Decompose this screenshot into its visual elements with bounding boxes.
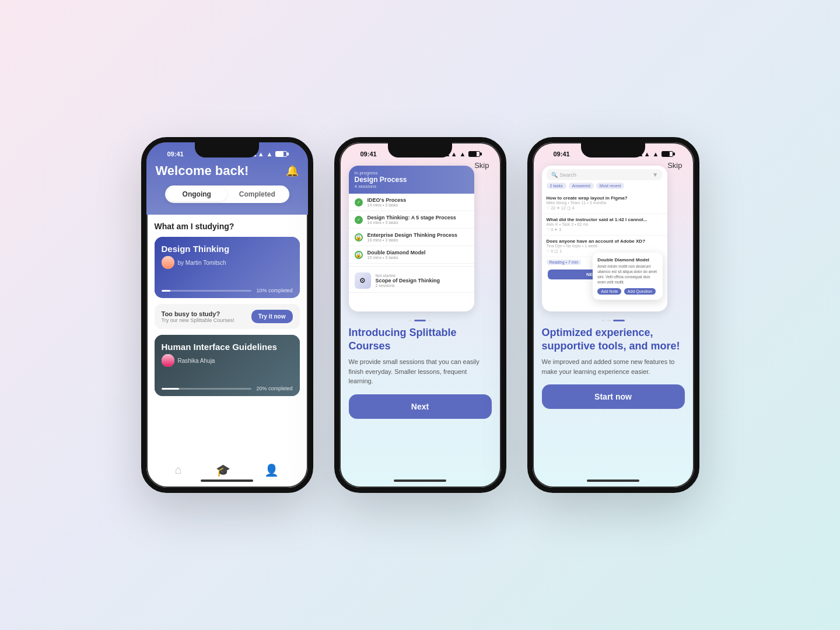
battery-icon-3	[662, 151, 673, 157]
forum-title-3: Does anyone have an account of Adobe XD?	[547, 239, 663, 244]
status-bar-1: 09:41 ▲▲▲ ▲	[156, 145, 299, 160]
status-icons-3: ▲▲▲ ▲	[631, 150, 673, 158]
signal-icon-3: ▲▲▲	[631, 150, 650, 158]
phone-2: 09:41 ▲▲▲ ▲ Skip In progress Design Proc…	[334, 137, 506, 493]
avatar-face-2	[162, 354, 174, 367]
dot-3-1	[601, 320, 605, 321]
list-info-1: IDEO's Process 14 mins • 3 tasks	[368, 197, 469, 207]
check-lock-3: 🔒	[355, 233, 363, 242]
course-card-design-thinking[interactable]: Design Thinking by Martin Tomitsch 10%	[155, 237, 300, 298]
add-note-btn[interactable]: Add Note	[597, 288, 621, 295]
chip-3[interactable]: Most recent	[596, 183, 625, 189]
time-3: 09:41	[554, 150, 570, 158]
course-title-screenshot: Design Process	[355, 176, 469, 184]
in-progress-label: In progress	[355, 170, 469, 176]
dot-3-3	[613, 320, 625, 321]
skip-btn-2[interactable]: Skip	[474, 161, 489, 170]
progress-bar-bg-1	[162, 290, 252, 292]
tab-completed[interactable]: Completed	[227, 187, 288, 201]
progress-row-1: 10% completed	[162, 288, 293, 293]
battery-icon	[275, 151, 287, 157]
welcome-title: Welcome back!	[156, 163, 249, 178]
signal-icon-2: ▲▲▲	[438, 150, 457, 158]
phone1-header: 09:41 ▲▲▲ ▲ Welcome back! 🔔 Ongoing Comp…	[146, 142, 308, 215]
forum-title-1: How to create wrap layout in Figma?	[547, 195, 663, 201]
course-card-hig[interactable]: Human Interface Guidelines Rashika Ahuja	[155, 335, 300, 396]
check-done-1: ✓	[355, 198, 363, 206]
avatar-face-1	[162, 256, 174, 269]
list-item-3[interactable]: 🔒 Enterprise Design Thinking Process 16 …	[349, 229, 475, 246]
reaction-icons-2: ♡ 0 ✦ 3	[547, 228, 562, 232]
list-info-2: Design Thinking: A 5 stage Process 14 mi…	[368, 215, 469, 225]
status-bar-2: 09:41 ▲▲▲ ▲	[349, 145, 492, 160]
status-bar-3: 09:41 ▲▲▲ ▲	[542, 145, 685, 160]
skip-btn-3[interactable]: Skip	[667, 161, 682, 170]
forum-item-2[interactable]: What did the instructor said at 1:42 I c…	[542, 214, 668, 236]
intro-title: Introducing Splittable Courses	[349, 326, 492, 352]
signal-icon: ▲▲▲	[245, 150, 264, 158]
dot-2	[414, 320, 426, 321]
home-nav-icon[interactable]: ⌂	[175, 463, 182, 477]
course-author-row-1: by Martin Tomitsch	[162, 256, 293, 269]
dot-1	[408, 320, 412, 321]
courses-nav-icon[interactable]: 🎓	[216, 463, 230, 477]
dot-3	[428, 320, 432, 321]
course-card-content-2: Human Interface Guidelines Rashika Ahuja	[155, 335, 300, 396]
list-item-2[interactable]: ✓ Design Thinking: A 5 stage Process 14 …	[349, 211, 475, 229]
scope-title: Scope of Design Thinking	[376, 278, 469, 284]
next-button[interactable]: Next	[349, 394, 492, 419]
bell-icon[interactable]: 🔔	[286, 164, 299, 177]
list-meta-3: 16 mins • 3 tasks	[368, 238, 469, 242]
add-question-btn[interactable]: Add Question	[624, 288, 656, 295]
course-title-2: Human Interface Guidelines	[162, 342, 293, 352]
busy-subtitle: Try our new Splittable Courses!	[162, 317, 235, 323]
search-bar: 🔍 Search ▼	[547, 169, 663, 180]
forum-meta-1: Mike Wong • Team 11 • 3 months	[547, 201, 663, 205]
dot-indicator-3	[542, 320, 685, 321]
chip-2[interactable]: Answered	[569, 183, 594, 189]
section-title: What am I studying?	[155, 222, 300, 231]
scope-sessions: 2 sessions	[376, 284, 469, 288]
progress-fill-2	[162, 388, 180, 390]
profile-nav-icon[interactable]: 👤	[264, 463, 279, 477]
diamond-card: Double Diamond Model Amet minim mollit n…	[593, 253, 663, 300]
bottom-nav: ⌂ 🎓 👤	[146, 463, 308, 477]
tabs-row: Ongoing Completed	[165, 186, 289, 203]
phone3-top: 09:41 ▲▲▲ ▲ Skip	[533, 142, 694, 160]
dot-indicator	[349, 320, 492, 321]
wifi-icon: ▲	[267, 150, 273, 158]
wifi-icon-2: ▲	[460, 150, 466, 158]
list-meta-1: 14 mins • 3 tasks	[368, 203, 469, 207]
try-btn[interactable]: Try it now	[251, 310, 293, 323]
course-author-row-2: Rashika Ahuja	[162, 354, 293, 367]
forum-item-1[interactable]: How to create wrap layout in Figma? Mike…	[542, 192, 668, 214]
list-title-1: IDEO's Process	[368, 197, 469, 203]
tab-ongoing[interactable]: Ongoing	[167, 187, 228, 201]
list-item-4[interactable]: 🔒 Double Diamond Model 15 mins • 3 tasks	[349, 246, 475, 264]
phone1-body: What am I studying? Design Thinking by M…	[146, 215, 308, 409]
check-lock-4: 🔒	[355, 251, 363, 259]
busy-box: Too busy to study? Try our new Splittabl…	[155, 304, 300, 329]
course-author-2: Rashika Ahuja	[178, 358, 215, 364]
forum-title-2: What did the instructor said at 1:42 I c…	[547, 217, 663, 222]
phone3-bottom: Optimized experience, supportive tools, …	[533, 312, 694, 415]
list-meta-2: 14 mins • 3 tasks	[368, 220, 469, 225]
phone-3: 09:41 ▲▲▲ ▲ Skip 🔍 Search ▼	[527, 137, 699, 493]
time-2: 09:41	[360, 150, 377, 158]
chip-1[interactable]: 2 tasks	[547, 183, 566, 189]
phones-container: 09:41 ▲▲▲ ▲ Welcome back! 🔔 Ongoing Comp…	[141, 137, 699, 493]
list-item-1[interactable]: ✓ IDEO's Process 14 mins • 3 tasks	[349, 194, 475, 211]
sessions-label: 4 sessions	[355, 184, 469, 189]
phone1-title-row: Welcome back! 🔔	[156, 163, 299, 178]
screenshot-header: In progress Design Process 4 sessions	[349, 166, 475, 194]
start-now-button[interactable]: Start now	[542, 384, 685, 409]
course-author-1: by Martin Tomitsch	[178, 260, 226, 266]
optimized-title: Optimized experience, supportive tools, …	[542, 326, 685, 352]
scope-list-item[interactable]: ⚙ Not started Scope of Design Thinking 2…	[349, 269, 475, 293]
avatar-2	[162, 354, 174, 367]
progress-fill-1	[162, 290, 170, 292]
progress-text-2: 20% completed	[256, 386, 292, 391]
reading-tag: Reading • 7 min	[547, 260, 582, 265]
list-info-4: Double Diamond Model 15 mins • 3 tasks	[368, 250, 469, 260]
wifi-icon-3: ▲	[653, 150, 659, 158]
